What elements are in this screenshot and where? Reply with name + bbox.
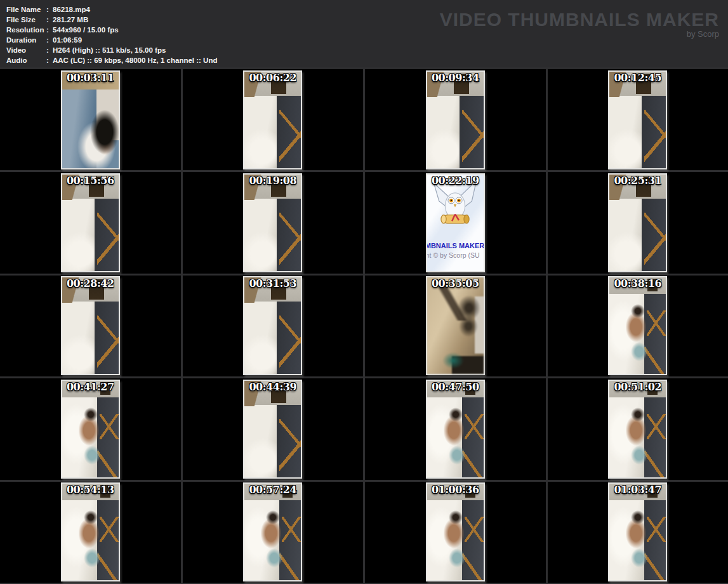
info-separator: : [46,4,53,15]
frame-timestamp: 00:03:11 [55,72,126,84]
thumbnail-cell: 00:41:27 [0,378,181,479]
info-value: 86218.mp4 [53,4,90,15]
vtm-watermark: MBNAILS MAKER 8 nt © by Scorp (SU [427,175,484,271]
video-frame-placeholder [609,381,666,477]
watermark-text-line1: MBNAILS MAKER 8 [427,242,484,249]
video-frame-thumbnail: 00:57:24 [243,482,302,581]
video-frame-thumbnail: 00:09:34 [426,70,485,169]
info-separator: : [46,45,53,55]
video-frame-thumbnail: 01:00:36 [426,482,485,581]
thumbnail-sheet: File Name : 86218.mp4 File Size : 281.27… [0,0,728,584]
thumbnail-cell: 00:57:24 [183,482,364,583]
info-value: 544x960 / 15.00 fps [53,25,119,35]
app-logo-title: VIDEO THUMBNAILS MAKER [440,10,719,29]
frame-timestamp: 00:47:50 [420,381,491,393]
thumbnail-cell: 00:19:08 [183,172,364,273]
video-frame-thumbnail: 00:54:13 [61,482,120,581]
thumbnail-cell: 00:35:05 [365,275,546,376]
info-value: 01:06:59 [53,35,82,45]
video-frame-placeholder [244,175,301,271]
video-frame-thumbnail: 00:19:08 [243,173,302,272]
thumbnail-cell: 01:03:47 [548,482,728,583]
video-frame-placeholder [62,72,119,168]
info-label: Audio [6,55,46,65]
info-label: Video [6,45,46,55]
frame-timestamp: 00:28:42 [55,277,126,289]
info-header: File Name : 86218.mp4 File Size : 281.27… [0,0,728,67]
info-row-file-name: File Name : 86218.mp4 [6,4,217,15]
thumbnail-cell: 00:51:02 [548,378,728,479]
frame-timestamp: 00:06:22 [237,72,308,84]
watermark-text-line2: nt © by Scorp (SU [427,251,480,259]
video-frame-thumbnail: 00:15:56 [61,173,120,272]
video-frame-thumbnail: 00:38:16 [608,276,667,375]
video-frame-thumbnail: 00:25:31 [608,173,667,272]
video-frame-thumbnail: 00:35:05 [426,276,485,375]
thumbnail-cell: 00:06:22 [183,69,364,170]
video-frame-thumbnail: 00:06:22 [243,70,302,169]
thumbnail-cell: 00:25:31 [548,172,728,273]
video-frame-placeholder [244,381,301,477]
video-frame-placeholder [244,72,301,168]
thumbnail-cell: 00:44:39 [183,378,364,479]
info-row-resolution: Resolution : 544x960 / 15.00 fps [6,25,217,35]
video-frame-placeholder [609,484,666,580]
video-frame-placeholder [62,175,119,271]
frame-timestamp: 00:19:08 [237,175,308,187]
video-frame-thumbnail: MBNAILS MAKER 8 nt © by Scorp (SU 00:22:… [426,173,485,272]
thumbnail-cell: 00:38:16 [548,275,728,376]
video-frame-placeholder [609,277,666,374]
video-frame-placeholder [427,381,484,477]
info-label: File Size [6,15,46,25]
thumbnail-cell: MBNAILS MAKER 8 nt © by Scorp (SU 00:22:… [365,172,546,273]
frame-timestamp: 00:54:13 [55,484,126,496]
info-row-duration: Duration : 01:06:59 [6,35,217,45]
app-logo: VIDEO THUMBNAILS MAKER by Scorp [440,10,719,39]
video-frame-thumbnail: 00:28:42 [61,276,120,375]
frame-timestamp: 00:09:34 [420,72,491,84]
video-frame-thumbnail: 00:12:45 [608,70,667,169]
frame-timestamp: 00:22:19 [420,175,491,187]
video-frame-thumbnail: 00:31:53 [243,276,302,375]
video-frame-placeholder [609,72,666,168]
info-row-video: Video : H264 (High) :: 511 kb/s, 15.00 f… [6,45,217,55]
video-frame-thumbnail: 00:51:02 [608,380,667,479]
thumbnail-cell: 00:03:11 [0,69,181,170]
info-separator: : [46,55,53,65]
thumbnail-cell: 00:15:56 [0,172,181,273]
frame-timestamp: 01:03:47 [602,484,673,496]
frame-timestamp: 00:41:27 [55,381,126,393]
frame-timestamp: 00:38:16 [602,277,673,289]
info-separator: : [46,25,53,35]
frame-timestamp: 00:25:31 [602,175,673,187]
info-separator: : [46,35,53,45]
frame-timestamp: 00:15:56 [55,175,126,187]
thumbnail-cell: 00:28:42 [0,275,181,376]
info-row-audio: Audio : AAC (LC) :: 69 kbps, 48000 Hz, 1… [6,55,217,65]
video-frame-placeholder: MBNAILS MAKER 8 nt © by Scorp (SU [427,175,484,271]
thumbnail-cell: 00:54:13 [0,482,181,583]
file-info-block: File Name : 86218.mp4 File Size : 281.27… [6,4,217,65]
thumbnail-cell: 00:09:34 [365,69,546,170]
frame-timestamp: 00:51:02 [602,381,673,393]
info-value: AAC (LC) :: 69 kbps, 48000 Hz, 1 channel… [53,55,217,65]
frame-timestamp: 00:44:39 [237,381,308,393]
thumbnail-cell: 01:00:36 [365,482,546,583]
info-separator: : [46,15,53,25]
info-label: Resolution [6,25,46,35]
frame-timestamp: 00:12:45 [602,72,673,84]
info-label: Duration [6,35,46,45]
video-frame-thumbnail: 00:03:11 [61,70,120,169]
app-logo-subtitle: by Scorp [440,29,719,39]
video-frame-placeholder [244,484,301,580]
video-frame-thumbnail: 00:41:27 [61,380,120,479]
frame-timestamp: 00:35:05 [420,277,491,289]
video-frame-placeholder [427,277,484,374]
frame-timestamp: 00:57:24 [237,484,308,496]
video-frame-placeholder [427,484,484,580]
frame-timestamp: 00:31:53 [237,277,308,289]
thumbnail-grid: 00:03:11 [0,67,728,584]
thumbnail-cell: 00:31:53 [183,275,364,376]
info-label: File Name [6,4,46,15]
thumbnail-cell: 00:47:50 [365,378,546,479]
